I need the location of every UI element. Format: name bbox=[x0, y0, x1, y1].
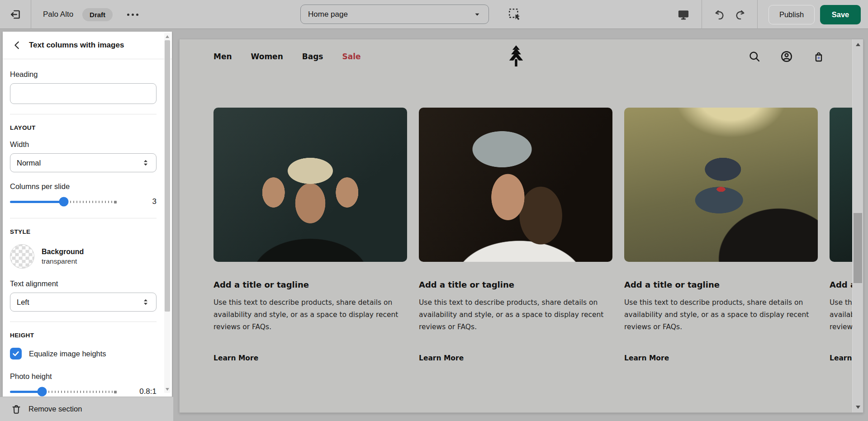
selection-tool-icon bbox=[508, 7, 522, 22]
background-label: Background bbox=[42, 248, 84, 256]
column-body-text: Use this text to describe products, shar… bbox=[624, 297, 818, 333]
save-button[interactable]: Save bbox=[820, 5, 861, 24]
photo-height-value: 0.8:1 bbox=[139, 387, 157, 396]
remove-section-button[interactable]: Remove section bbox=[0, 397, 173, 421]
redo-button[interactable] bbox=[731, 5, 749, 24]
page-selector-dropdown[interactable]: Home page bbox=[300, 5, 489, 24]
store-cart-button[interactable] bbox=[811, 49, 826, 64]
chevron-left-icon bbox=[12, 40, 22, 50]
nav-link-bags[interactable]: Bags bbox=[302, 52, 323, 61]
select-updown-icon bbox=[142, 158, 150, 167]
sidebar-scrollbar-thumb[interactable] bbox=[165, 40, 170, 312]
equalize-label: Equalize image heights bbox=[29, 350, 106, 358]
text-column: Add a title or tagline Use this text to … bbox=[213, 108, 407, 362]
heading-label: Heading bbox=[10, 70, 157, 79]
heading-input[interactable] bbox=[10, 83, 157, 104]
preview-scrollbar[interactable] bbox=[852, 39, 863, 412]
column-title: Add a title or tagline bbox=[624, 280, 818, 289]
nav-link-men[interactable]: Men bbox=[213, 52, 232, 61]
exit-icon bbox=[9, 9, 21, 20]
text-column: Add a title or tagline Use this text to … bbox=[419, 108, 612, 362]
width-label: Width bbox=[10, 140, 157, 149]
device-preview-button[interactable] bbox=[674, 5, 693, 24]
width-select[interactable]: Normal bbox=[10, 153, 157, 172]
store-account-button[interactable] bbox=[779, 49, 794, 64]
monitor-icon bbox=[677, 8, 690, 21]
topbar-divider bbox=[31, 0, 31, 29]
topbar: Palo Alto Draft Home page bbox=[0, 0, 868, 29]
search-icon bbox=[748, 50, 761, 63]
scroll-down-icon bbox=[166, 388, 169, 391]
layout-section-label: LAYOUT bbox=[10, 124, 157, 131]
column-image[interactable] bbox=[624, 108, 818, 262]
section-settings-panel: Text columns with images Heading LAYOUT … bbox=[3, 32, 172, 397]
scroll-down-icon bbox=[856, 406, 860, 409]
slider-thumb[interactable] bbox=[59, 197, 69, 207]
exit-editor-button[interactable] bbox=[6, 5, 24, 24]
divider bbox=[10, 114, 157, 114]
learn-more-link[interactable]: Learn More bbox=[624, 354, 669, 362]
shopping-bag-icon bbox=[812, 50, 825, 63]
site-name: Palo Alto bbox=[43, 10, 73, 19]
undo-icon bbox=[713, 9, 726, 21]
back-button[interactable] bbox=[9, 37, 25, 53]
status-badge: Draft bbox=[82, 8, 113, 21]
slider-thumb[interactable] bbox=[38, 387, 47, 397]
equalize-heights-row[interactable]: Equalize image heights bbox=[10, 348, 157, 360]
store-nav-links: MenWomenBagsSale bbox=[213, 52, 361, 61]
photo-height-label: Photo height bbox=[10, 372, 157, 381]
column-body-text: Use this text to describe products, shar… bbox=[213, 297, 407, 333]
nav-link-women[interactable]: Women bbox=[251, 52, 283, 61]
pine-tree-logo-icon bbox=[507, 45, 526, 69]
scroll-up-icon bbox=[856, 43, 860, 46]
learn-more-link[interactable]: Learn More bbox=[213, 354, 258, 362]
more-options-button[interactable] bbox=[123, 10, 142, 19]
background-color-swatch[interactable] bbox=[10, 244, 34, 269]
column-body-text: Use this text to describe products, shar… bbox=[419, 297, 612, 333]
chevron-down-icon bbox=[473, 10, 481, 19]
sidebar-scrollbar[interactable] bbox=[164, 33, 171, 393]
text-column: Add a title or tagline Use this text to … bbox=[624, 108, 818, 362]
text-alignment-label: Text alignment bbox=[10, 279, 157, 288]
preview-scrollbar-thumb[interactable] bbox=[854, 213, 862, 283]
style-section-label: STYLE bbox=[10, 228, 157, 235]
store-logo[interactable] bbox=[507, 45, 526, 69]
columns-per-slide-slider[interactable] bbox=[10, 197, 118, 207]
store-search-button[interactable] bbox=[747, 49, 762, 64]
undo-button[interactable] bbox=[710, 5, 728, 24]
topbar-divider bbox=[757, 0, 758, 29]
text-alignment-select[interactable]: Left bbox=[10, 293, 157, 312]
text-alignment-value: Left bbox=[17, 298, 29, 307]
divider bbox=[10, 218, 157, 218]
equalize-checkbox[interactable] bbox=[10, 348, 22, 360]
columns-row: Add a title or tagline Use this text to … bbox=[213, 108, 863, 362]
select-updown-icon bbox=[142, 298, 150, 307]
account-icon bbox=[780, 50, 793, 63]
panel-title: Text columns with images bbox=[29, 41, 124, 50]
redo-icon bbox=[734, 9, 746, 21]
photo-height-slider[interactable] bbox=[10, 387, 118, 397]
publish-button[interactable]: Publish bbox=[768, 5, 815, 24]
background-value: transparent bbox=[42, 257, 84, 265]
nav-link-sale[interactable]: Sale bbox=[342, 52, 360, 61]
trash-icon bbox=[11, 404, 22, 415]
page-selector-value: Home page bbox=[308, 10, 348, 19]
remove-section-label: Remove section bbox=[28, 405, 82, 413]
scroll-up-icon bbox=[166, 35, 169, 38]
column-image[interactable] bbox=[419, 108, 612, 262]
columns-per-slide-value: 3 bbox=[152, 197, 157, 206]
column-title: Add a title or tagline bbox=[213, 280, 407, 289]
column-image[interactable] bbox=[213, 108, 407, 262]
kebab-icon bbox=[127, 14, 129, 16]
height-section-label: HEIGHT bbox=[10, 332, 157, 339]
column-title: Add a title or tagline bbox=[419, 280, 612, 289]
divider bbox=[10, 322, 157, 322]
store-nav: MenWomenBagsSale bbox=[180, 39, 852, 74]
store-preview: MenWomenBagsSale bbox=[179, 39, 863, 413]
select-section-tool-button[interactable] bbox=[508, 7, 522, 22]
columns-per-slide-label: Columns per slide bbox=[10, 182, 157, 191]
learn-more-link[interactable]: Learn More bbox=[419, 354, 464, 362]
width-select-value: Normal bbox=[17, 159, 41, 167]
